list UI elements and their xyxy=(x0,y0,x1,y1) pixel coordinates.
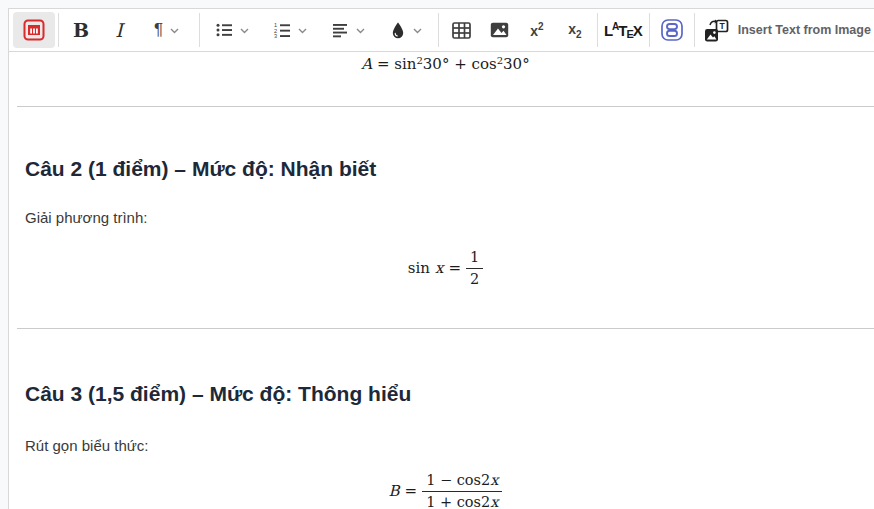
formula-identity[interactable]: A = sin230° + cos230° xyxy=(17,52,874,74)
toolbar-divider xyxy=(597,13,598,47)
table-icon xyxy=(452,22,471,39)
toolbar-divider xyxy=(694,13,695,47)
matrix-formula-icon xyxy=(22,18,46,42)
question-2-heading[interactable]: Câu 2 (1 điểm) – Mức độ: Nhận biết xyxy=(17,155,874,183)
svg-text:T: T xyxy=(719,21,725,31)
editor-toolbar: B I ¶ xyxy=(9,9,874,52)
image-icon xyxy=(490,22,509,38)
subscript-icon: x2 xyxy=(568,21,581,40)
text-color-dropdown[interactable] xyxy=(377,12,435,48)
image-to-text-icon: T xyxy=(703,18,730,43)
toolbar-divider xyxy=(199,13,200,47)
latex-button[interactable]: LATEX xyxy=(601,12,646,48)
chevron-down-icon xyxy=(169,25,180,36)
insert-text-from-image-button[interactable]: T Insert Text from Image xyxy=(704,12,870,48)
bullet-list-icon xyxy=(215,21,233,39)
chevron-down-icon xyxy=(355,25,366,36)
insert-table-button[interactable] xyxy=(442,12,480,48)
numbered-list-dropdown[interactable]: 1 2 3 xyxy=(261,12,319,48)
align-left-icon xyxy=(331,21,349,39)
bold-icon: B xyxy=(73,19,89,41)
pilcrow-icon: ¶ xyxy=(154,20,163,40)
question-2-prompt[interactable]: Giải phương trình: xyxy=(17,209,874,227)
italic-icon: I xyxy=(115,19,123,41)
chevron-down-icon xyxy=(239,25,250,36)
question-3-heading[interactable]: Câu 3 (1,5 điểm) – Mức độ: Thông hiểu xyxy=(17,380,874,408)
svg-text:3: 3 xyxy=(274,33,277,39)
numbered-list-icon: 1 2 3 xyxy=(273,21,291,39)
insert-image-button[interactable] xyxy=(480,12,518,48)
chevron-down-icon xyxy=(297,25,308,36)
toolbar-divider xyxy=(58,13,59,47)
insert-text-from-image-label: Insert Text from Image xyxy=(738,23,871,37)
rich-text-editor: B I ¶ xyxy=(8,8,874,509)
subscript-button[interactable]: x2 xyxy=(556,12,594,48)
latex-logo: LATEX xyxy=(604,21,643,40)
stacked-blocks-icon xyxy=(659,17,685,43)
formula-editor-button[interactable] xyxy=(13,12,55,48)
toolbar-divider xyxy=(649,13,650,47)
paragraph-format-dropdown[interactable]: ¶ xyxy=(138,12,196,48)
horizontal-rule xyxy=(17,106,874,107)
formula-sin-equation[interactable]: sinx = 1 2 xyxy=(17,245,874,291)
superscript-icon: x2 xyxy=(530,21,543,39)
formula-b-expression[interactable]: B = 1 − cos2x 1 + cos2x xyxy=(17,468,874,509)
bold-button[interactable]: B xyxy=(62,12,100,48)
superscript-button[interactable]: x2 xyxy=(518,12,556,48)
fraction: 1 − cos2x 1 + cos2x xyxy=(422,471,502,509)
bullet-list-dropdown[interactable] xyxy=(203,12,261,48)
italic-button[interactable]: I xyxy=(100,12,138,48)
chevron-down-icon xyxy=(412,25,423,36)
fraction: 1 2 xyxy=(466,248,483,287)
horizontal-rule xyxy=(17,328,874,329)
align-dropdown[interactable] xyxy=(319,12,377,48)
editor-content[interactable]: A = sin230° + cos230° Câu 2 (1 điểm) – M… xyxy=(9,52,874,509)
matrix-block-button[interactable] xyxy=(653,12,691,48)
toolbar-divider xyxy=(438,13,439,47)
question-3-prompt[interactable]: Rút gọn biểu thức: xyxy=(17,437,874,455)
ink-drop-icon xyxy=(390,21,406,39)
